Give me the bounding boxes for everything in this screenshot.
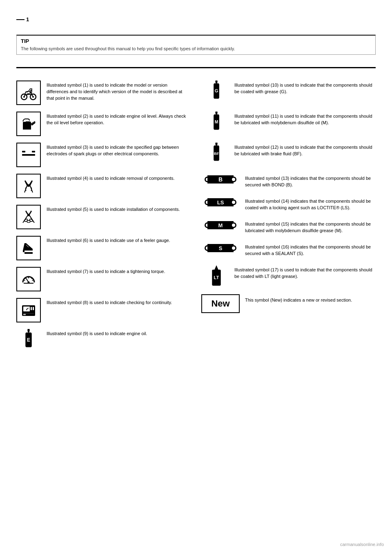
svg-text:B: B bbox=[218, 176, 223, 183]
list-item: M Illustrated symbol (15) indicates that… bbox=[204, 219, 376, 234]
feeler-gauge-icon bbox=[16, 236, 41, 260]
svg-text:LT: LT bbox=[214, 275, 219, 280]
lube-bottle-e-icon: E bbox=[20, 329, 38, 354]
svg-rect-5 bbox=[24, 120, 26, 122]
list-item: New This symbol (New) indicates a new or… bbox=[204, 295, 376, 312]
svg-text:M: M bbox=[215, 120, 218, 125]
bolt-ls-desc: Illustrated symbol (14) indicates that t… bbox=[245, 197, 376, 211]
list-item: Illustrated symbol (7) is used to indica… bbox=[16, 267, 188, 291]
svg-text:M: M bbox=[218, 222, 223, 228]
motorcycle-desc: Illustrated symbol (1) is used to indica… bbox=[47, 81, 188, 102]
list-item: G Illustrated symbol (10) is used to ind… bbox=[204, 81, 376, 105]
bolt-m-icon: M bbox=[204, 219, 237, 231]
svg-point-54 bbox=[232, 224, 235, 227]
list-item: Illustrated symbol (5) is used to indica… bbox=[16, 205, 188, 229]
list-item: LT Illustrated symbol (17) is used to in… bbox=[204, 265, 376, 289]
bolt-ls-icon: LS bbox=[204, 197, 237, 208]
bolt-s-desc: Illustrated symbol (16) indicates that t… bbox=[245, 242, 376, 257]
lube-lt-desc: Illustrated symbol (17) is used to indic… bbox=[234, 265, 376, 280]
list-item: Illustrated symbol (2) is used to indica… bbox=[16, 112, 188, 136]
new-badge-text: New bbox=[211, 298, 229, 309]
list-item: Illustrated symbol (1) is used to indica… bbox=[16, 81, 188, 105]
meter-panel-desc: Illustrated symbol (8) is used to indica… bbox=[47, 298, 188, 306]
page-number: 1 bbox=[16, 16, 376, 22]
lube-bottle-g-icon: G bbox=[209, 81, 224, 105]
speedometer-icon bbox=[16, 267, 41, 291]
section-divider bbox=[16, 67, 376, 68]
list-item: S Illustrated symbol (16) indicates that… bbox=[204, 242, 376, 257]
watermark: carmanualsonline.info bbox=[340, 542, 384, 547]
svg-point-60 bbox=[232, 246, 235, 250]
list-item: Illustrated symbol (6) is used to indica… bbox=[16, 236, 188, 260]
svg-line-17 bbox=[24, 280, 25, 281]
bolt-b-icon: B bbox=[204, 174, 237, 185]
svg-point-48 bbox=[232, 201, 235, 204]
meter-panel-icon bbox=[16, 298, 41, 322]
list-item: E Illustrated symbol (9) is used to indi… bbox=[16, 329, 188, 354]
pliers-desc: Illustrated symbol (4) is used to indica… bbox=[47, 174, 188, 182]
electrode-icon bbox=[16, 143, 41, 167]
pliers-icon bbox=[16, 174, 41, 198]
oil-can-icon bbox=[16, 112, 41, 136]
chain-desc: Illustrated symbol (5) is used to indica… bbox=[47, 205, 188, 213]
new-badge: New bbox=[201, 294, 239, 313]
motorcycle-icon bbox=[16, 81, 41, 105]
svg-point-9 bbox=[27, 184, 30, 187]
page-wrapper: 1 TIP The following symbols are used thr… bbox=[0, 0, 392, 555]
svg-point-11 bbox=[24, 219, 28, 222]
list-item: BF Illustrated symbol (12) is used to in… bbox=[204, 143, 376, 167]
lube-bottle-m-icon: M bbox=[209, 112, 224, 136]
oil-can-desc: Illustrated symbol (2) is used to indica… bbox=[47, 112, 188, 126]
list-item: B Illustrated symbol (13) indicates that… bbox=[204, 174, 376, 188]
svg-point-10 bbox=[27, 214, 30, 216]
bolt-s-icon: S bbox=[204, 242, 237, 254]
lube-g-desc: Illustrated symbol (10) is used to indic… bbox=[234, 81, 376, 95]
list-item: M Illustrated symbol (11) is used to ind… bbox=[204, 112, 376, 136]
svg-marker-62 bbox=[214, 265, 219, 270]
svg-line-18 bbox=[32, 280, 34, 281]
svg-rect-7 bbox=[22, 151, 25, 152]
svg-point-42 bbox=[232, 178, 235, 181]
svg-rect-8 bbox=[32, 151, 35, 152]
speedometer-desc: Illustrated symbol (7) is used to indica… bbox=[47, 267, 188, 275]
icons-section: Illustrated symbol (1) is used to indica… bbox=[16, 81, 376, 360]
bolt-b-desc: Illustrated symbol (13) indicates that t… bbox=[245, 174, 376, 188]
new-badge-desc: This symbol (New) indicates a new or rev… bbox=[245, 295, 376, 304]
list-item: Illustrated symbol (4) is used to indica… bbox=[16, 174, 188, 198]
svg-text:LS: LS bbox=[217, 199, 224, 206]
svg-rect-26 bbox=[31, 307, 32, 310]
tip-title: TIP bbox=[21, 38, 371, 44]
chain-icon bbox=[16, 205, 41, 229]
electrode-desc: Illustrated symbol (3) is used to indica… bbox=[47, 143, 188, 157]
lube-m-desc: Illustrated symbol (11) is used to indic… bbox=[234, 112, 376, 126]
list-item: LS Illustrated symbol (14) indicates tha… bbox=[204, 197, 376, 211]
page-number-text: 1 bbox=[26, 16, 29, 22]
left-column: Illustrated symbol (1) is used to indica… bbox=[16, 81, 188, 360]
lube-bf-desc: Illustrated symbol (12) is used to indic… bbox=[234, 143, 376, 157]
svg-point-13 bbox=[29, 219, 33, 222]
lube-bottle-bf-icon: BF bbox=[209, 143, 224, 167]
svg-rect-6 bbox=[22, 154, 35, 156]
svg-text:S: S bbox=[219, 245, 223, 251]
bolt-m-desc: Illustrated symbol (15) indicates that t… bbox=[245, 219, 376, 234]
tip-text: The following symbols are used throughou… bbox=[21, 46, 371, 52]
right-column: G Illustrated symbol (10) is used to ind… bbox=[204, 81, 376, 360]
svg-rect-24 bbox=[23, 307, 30, 311]
svg-rect-29 bbox=[23, 314, 26, 315]
feeler-gauge-desc: Illustrated symbol (6) is used to indica… bbox=[47, 236, 188, 244]
svg-text:E: E bbox=[27, 337, 30, 343]
tip-box: TIP The following symbols are used throu… bbox=[16, 35, 376, 55]
list-item: Illustrated symbol (3) is used to indica… bbox=[16, 143, 188, 167]
lube-bottle-lt-icon: LT bbox=[207, 265, 225, 289]
lube-e-desc: Illustrated symbol (9) is used to indica… bbox=[47, 329, 188, 337]
svg-text:G: G bbox=[215, 89, 218, 94]
list-item: Illustrated symbol (8) is used to indica… bbox=[16, 298, 188, 322]
svg-rect-27 bbox=[33, 307, 34, 310]
svg-text:BF: BF bbox=[214, 151, 219, 156]
